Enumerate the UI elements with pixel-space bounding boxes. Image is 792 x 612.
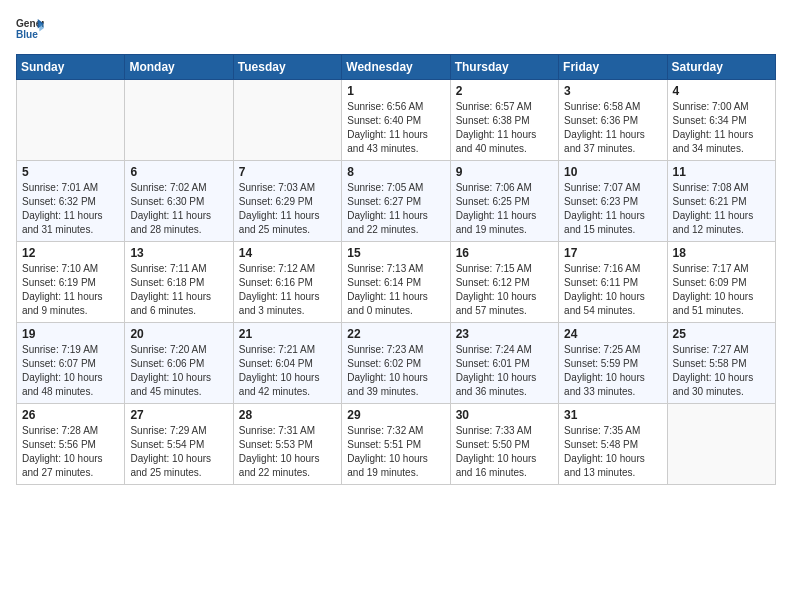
day-info: Sunrise: 7:01 AMSunset: 6:32 PMDaylight:… [22,181,119,237]
day-info: Sunrise: 7:15 AMSunset: 6:12 PMDaylight:… [456,262,553,318]
day-of-week-header: Monday [125,55,233,80]
day-number: 22 [347,327,444,341]
day-number: 30 [456,408,553,422]
day-info: Sunrise: 7:27 AMSunset: 5:58 PMDaylight:… [673,343,770,399]
day-number: 27 [130,408,227,422]
day-of-week-header: Wednesday [342,55,450,80]
calendar-cell [233,80,341,161]
day-number: 14 [239,246,336,260]
calendar-cell: 28Sunrise: 7:31 AMSunset: 5:53 PMDayligh… [233,404,341,485]
calendar-cell: 20Sunrise: 7:20 AMSunset: 6:06 PMDayligh… [125,323,233,404]
day-number: 21 [239,327,336,341]
day-info: Sunrise: 7:05 AMSunset: 6:27 PMDaylight:… [347,181,444,237]
day-number: 10 [564,165,661,179]
calendar-header-row: SundayMondayTuesdayWednesdayThursdayFrid… [17,55,776,80]
calendar-cell: 10Sunrise: 7:07 AMSunset: 6:23 PMDayligh… [559,161,667,242]
day-number: 17 [564,246,661,260]
calendar-cell [667,404,775,485]
page-header: General Blue [16,16,776,44]
day-info: Sunrise: 7:33 AMSunset: 5:50 PMDaylight:… [456,424,553,480]
day-info: Sunrise: 7:29 AMSunset: 5:54 PMDaylight:… [130,424,227,480]
calendar-cell: 16Sunrise: 7:15 AMSunset: 6:12 PMDayligh… [450,242,558,323]
calendar-week-row: 12Sunrise: 7:10 AMSunset: 6:19 PMDayligh… [17,242,776,323]
calendar-week-row: 5Sunrise: 7:01 AMSunset: 6:32 PMDaylight… [17,161,776,242]
calendar-cell: 1Sunrise: 6:56 AMSunset: 6:40 PMDaylight… [342,80,450,161]
day-number: 31 [564,408,661,422]
day-number: 11 [673,165,770,179]
day-number: 7 [239,165,336,179]
calendar-week-row: 1Sunrise: 6:56 AMSunset: 6:40 PMDaylight… [17,80,776,161]
calendar-cell: 19Sunrise: 7:19 AMSunset: 6:07 PMDayligh… [17,323,125,404]
calendar-cell: 24Sunrise: 7:25 AMSunset: 5:59 PMDayligh… [559,323,667,404]
day-info: Sunrise: 7:11 AMSunset: 6:18 PMDaylight:… [130,262,227,318]
day-number: 29 [347,408,444,422]
day-number: 3 [564,84,661,98]
day-info: Sunrise: 7:19 AMSunset: 6:07 PMDaylight:… [22,343,119,399]
day-info: Sunrise: 7:08 AMSunset: 6:21 PMDaylight:… [673,181,770,237]
day-info: Sunrise: 7:02 AMSunset: 6:30 PMDaylight:… [130,181,227,237]
day-of-week-header: Friday [559,55,667,80]
day-info: Sunrise: 7:35 AMSunset: 5:48 PMDaylight:… [564,424,661,480]
calendar-cell: 14Sunrise: 7:12 AMSunset: 6:16 PMDayligh… [233,242,341,323]
calendar-cell: 23Sunrise: 7:24 AMSunset: 6:01 PMDayligh… [450,323,558,404]
day-number: 23 [456,327,553,341]
calendar-cell: 27Sunrise: 7:29 AMSunset: 5:54 PMDayligh… [125,404,233,485]
day-number: 6 [130,165,227,179]
day-number: 18 [673,246,770,260]
day-number: 8 [347,165,444,179]
day-number: 9 [456,165,553,179]
day-info: Sunrise: 7:00 AMSunset: 6:34 PMDaylight:… [673,100,770,156]
calendar-cell: 26Sunrise: 7:28 AMSunset: 5:56 PMDayligh… [17,404,125,485]
day-info: Sunrise: 7:24 AMSunset: 6:01 PMDaylight:… [456,343,553,399]
day-info: Sunrise: 7:32 AMSunset: 5:51 PMDaylight:… [347,424,444,480]
calendar-cell [125,80,233,161]
calendar-table: SundayMondayTuesdayWednesdayThursdayFrid… [16,54,776,485]
calendar-cell: 25Sunrise: 7:27 AMSunset: 5:58 PMDayligh… [667,323,775,404]
calendar-cell: 5Sunrise: 7:01 AMSunset: 6:32 PMDaylight… [17,161,125,242]
calendar-cell: 11Sunrise: 7:08 AMSunset: 6:21 PMDayligh… [667,161,775,242]
day-info: Sunrise: 7:21 AMSunset: 6:04 PMDaylight:… [239,343,336,399]
calendar-week-row: 19Sunrise: 7:19 AMSunset: 6:07 PMDayligh… [17,323,776,404]
calendar-week-row: 26Sunrise: 7:28 AMSunset: 5:56 PMDayligh… [17,404,776,485]
day-info: Sunrise: 6:57 AMSunset: 6:38 PMDaylight:… [456,100,553,156]
day-info: Sunrise: 7:13 AMSunset: 6:14 PMDaylight:… [347,262,444,318]
day-number: 16 [456,246,553,260]
calendar-cell: 7Sunrise: 7:03 AMSunset: 6:29 PMDaylight… [233,161,341,242]
calendar-cell: 17Sunrise: 7:16 AMSunset: 6:11 PMDayligh… [559,242,667,323]
day-info: Sunrise: 7:12 AMSunset: 6:16 PMDaylight:… [239,262,336,318]
day-number: 25 [673,327,770,341]
day-of-week-header: Tuesday [233,55,341,80]
calendar-cell: 12Sunrise: 7:10 AMSunset: 6:19 PMDayligh… [17,242,125,323]
day-info: Sunrise: 7:17 AMSunset: 6:09 PMDaylight:… [673,262,770,318]
day-number: 4 [673,84,770,98]
calendar-cell: 21Sunrise: 7:21 AMSunset: 6:04 PMDayligh… [233,323,341,404]
day-info: Sunrise: 7:03 AMSunset: 6:29 PMDaylight:… [239,181,336,237]
day-info: Sunrise: 7:25 AMSunset: 5:59 PMDaylight:… [564,343,661,399]
calendar-cell: 18Sunrise: 7:17 AMSunset: 6:09 PMDayligh… [667,242,775,323]
day-info: Sunrise: 7:31 AMSunset: 5:53 PMDaylight:… [239,424,336,480]
calendar-cell: 3Sunrise: 6:58 AMSunset: 6:36 PMDaylight… [559,80,667,161]
calendar-cell: 8Sunrise: 7:05 AMSunset: 6:27 PMDaylight… [342,161,450,242]
day-number: 15 [347,246,444,260]
day-info: Sunrise: 6:58 AMSunset: 6:36 PMDaylight:… [564,100,661,156]
calendar-cell: 15Sunrise: 7:13 AMSunset: 6:14 PMDayligh… [342,242,450,323]
calendar-cell: 6Sunrise: 7:02 AMSunset: 6:30 PMDaylight… [125,161,233,242]
day-info: Sunrise: 7:07 AMSunset: 6:23 PMDaylight:… [564,181,661,237]
calendar-cell [17,80,125,161]
calendar-cell: 4Sunrise: 7:00 AMSunset: 6:34 PMDaylight… [667,80,775,161]
day-number: 12 [22,246,119,260]
day-number: 26 [22,408,119,422]
calendar-cell: 31Sunrise: 7:35 AMSunset: 5:48 PMDayligh… [559,404,667,485]
day-info: Sunrise: 7:10 AMSunset: 6:19 PMDaylight:… [22,262,119,318]
logo: General Blue [16,16,44,44]
day-number: 5 [22,165,119,179]
day-info: Sunrise: 7:28 AMSunset: 5:56 PMDaylight:… [22,424,119,480]
calendar-cell: 9Sunrise: 7:06 AMSunset: 6:25 PMDaylight… [450,161,558,242]
day-number: 20 [130,327,227,341]
day-of-week-header: Thursday [450,55,558,80]
day-of-week-header: Sunday [17,55,125,80]
calendar-cell: 22Sunrise: 7:23 AMSunset: 6:02 PMDayligh… [342,323,450,404]
calendar-cell: 2Sunrise: 6:57 AMSunset: 6:38 PMDaylight… [450,80,558,161]
svg-text:Blue: Blue [16,29,38,40]
day-info: Sunrise: 6:56 AMSunset: 6:40 PMDaylight:… [347,100,444,156]
